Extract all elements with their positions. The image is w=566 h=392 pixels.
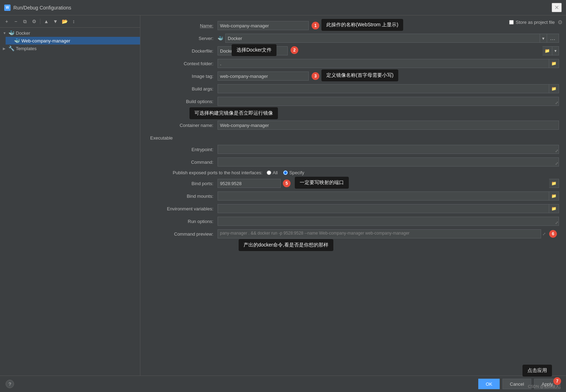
dockerfile-browse-button[interactable]: 📁 xyxy=(542,46,552,55)
toolbar-separator xyxy=(40,19,40,24)
command-preview-value: pany-manager . && docker run -p 9528:952… xyxy=(218,229,541,238)
dockerfile-label: Dockerfile: xyxy=(147,48,218,54)
env-variables-input[interactable] xyxy=(218,204,549,213)
command-preview-input-area: pany-manager . && docker run -p 9528:952… xyxy=(218,229,559,238)
store-gear-button[interactable]: ⚙ xyxy=(558,19,562,26)
left-panel: + − ⧉ ⚙ ▲ ▼ 📂 ↕ ▼ 🐳 Docker 🐳 xyxy=(0,15,140,376)
radio-all[interactable] xyxy=(267,170,271,175)
store-label: Store as project file xyxy=(516,20,555,25)
bind-ports-browse-button[interactable]: 📁 xyxy=(549,179,559,188)
badge-4: 4 xyxy=(260,109,268,117)
context-folder-input[interactable] xyxy=(218,59,549,68)
bind-mounts-row: Bind mounts: 📁 xyxy=(147,191,559,201)
entrypoint-row: Entrypoint: ⤢ xyxy=(147,145,559,154)
bind-ports-input[interactable] xyxy=(218,179,281,188)
container-name-input[interactable] xyxy=(218,121,559,130)
bind-ports-input-area: 5 一定要写映射的端口 📁 xyxy=(218,179,559,188)
build-options-input[interactable] xyxy=(218,97,559,106)
radio-specify-label[interactable]: Specify xyxy=(283,170,304,175)
run-options-label: Run options: xyxy=(147,219,218,224)
build-options-expand-button[interactable]: ⤢ xyxy=(555,101,558,105)
bind-mounts-browse-button[interactable]: 📁 xyxy=(549,191,559,201)
templates-expand-icon: ▶ xyxy=(3,47,7,50)
build-options-label: Build options: xyxy=(147,99,218,104)
move-down-button[interactable]: ▼ xyxy=(52,18,59,25)
entrypoint-input[interactable] xyxy=(218,145,559,154)
settings-config-button[interactable]: ⚙ xyxy=(30,18,38,25)
tree-templates[interactable]: ▶ 🔧 Templates xyxy=(0,45,140,52)
tooltip-3: 定义镜像名称(首字母需要小写) xyxy=(321,69,398,81)
badge-6: 6 xyxy=(549,230,557,238)
cancel-button[interactable]: Cancel xyxy=(502,379,531,389)
build-args-input-area: 📁 xyxy=(218,84,559,93)
right-panel: Name: 1 此操作的名称(WebStrom 上显示) Store xyxy=(140,15,566,376)
command-preview-expand-button[interactable]: ⤢ xyxy=(542,232,546,236)
server-dropdown-arrow[interactable]: ▾ xyxy=(540,34,547,43)
build-args-input[interactable] xyxy=(218,84,549,93)
publish-ports-label: Publish exposed ports to the host interf… xyxy=(147,170,267,175)
store-checkbox-area[interactable]: Store as project file xyxy=(509,20,555,25)
entrypoint-input-area: ⤢ xyxy=(218,145,559,154)
name-label: Name: xyxy=(147,23,218,28)
run-options-expand-button[interactable]: ⤢ xyxy=(555,221,558,225)
bind-mounts-input-area: 📁 xyxy=(218,191,559,201)
run-options-row: Run options: ⤢ xyxy=(147,217,559,226)
build-args-label: Build args: xyxy=(147,86,218,92)
build-options-row: Build options: ⤢ xyxy=(147,97,559,106)
help-button[interactable]: ? xyxy=(6,380,14,388)
add-config-button[interactable]: + xyxy=(3,18,11,25)
templates-label: Templates xyxy=(16,46,36,51)
name-input[interactable] xyxy=(218,21,309,30)
run-options-input[interactable] xyxy=(218,217,559,226)
radio-group: All Specify xyxy=(267,170,304,175)
server-select[interactable]: Docker xyxy=(225,34,540,43)
command-expand-button[interactable]: ⤢ xyxy=(555,161,558,166)
close-button[interactable]: ✕ xyxy=(552,3,562,12)
command-preview-label: Command preview: xyxy=(147,231,218,237)
move-up-button[interactable]: ▲ xyxy=(42,18,50,25)
dockerfile-input[interactable] xyxy=(218,46,288,55)
bind-ports-row: Bind ports: 5 一定要写映射的端口 📁 xyxy=(147,179,559,188)
badge-3: 3 xyxy=(312,72,319,80)
server-more-button[interactable]: … xyxy=(547,34,559,43)
env-variables-browse-button[interactable]: 📁 xyxy=(549,204,559,213)
command-input-area: ⤢ xyxy=(218,157,559,167)
tree-web-company-manager[interactable]: 🐳 Web-company-manager xyxy=(6,37,140,45)
command-row: Command: ⤢ xyxy=(147,157,559,167)
sort-button[interactable]: ↕ xyxy=(70,18,78,25)
remove-config-button[interactable]: − xyxy=(12,18,20,25)
radio-all-label[interactable]: All xyxy=(267,170,278,175)
radio-specify[interactable] xyxy=(283,170,288,175)
command-label: Command: xyxy=(147,160,218,165)
badge-5: 5 xyxy=(283,180,291,187)
name-row: Name: 1 此操作的名称(WebStrom 上显示) xyxy=(147,21,559,30)
docker-item-icon: 🐳 xyxy=(14,38,20,43)
build-args-browse-button[interactable]: 📁 xyxy=(549,84,559,93)
dockerfile-input-area: 2 选择Docker文件 📁 ▾ xyxy=(218,46,559,55)
image-tag-input-area: 3 定义镜像名称(首字母需要小写) xyxy=(218,72,559,81)
dockerfile-dropdown-button[interactable]: ▾ xyxy=(552,46,559,55)
run-options-input-area: ⤢ xyxy=(218,217,559,226)
folder-button[interactable]: 📂 xyxy=(61,18,68,25)
bind-mounts-input[interactable] xyxy=(218,191,549,201)
image-tag-label: Image tag: xyxy=(147,74,218,79)
run-built-image-checkbox[interactable] xyxy=(218,111,222,116)
tooltip-5: 一定要写映射的端口 xyxy=(295,177,349,189)
build-args-row: Build args: 📁 xyxy=(147,84,559,93)
watermark: CSDN @低调做人。 xyxy=(528,384,563,389)
ok-button[interactable]: OK xyxy=(478,379,500,389)
server-input-area: 🐳 Docker ▾ … xyxy=(218,34,559,43)
run-built-image-row: Run built image 4 可选择构建完镜像是否立即运行镜像 xyxy=(147,109,559,117)
entrypoint-expand-button[interactable]: ⤢ xyxy=(555,149,558,153)
env-variables-label: Environment variables: xyxy=(147,206,218,211)
image-tag-input[interactable] xyxy=(218,72,309,81)
command-input[interactable] xyxy=(218,157,559,167)
store-as-project-checkbox[interactable] xyxy=(509,20,514,25)
web-company-manager-label: Web-company-manager xyxy=(21,38,70,43)
server-row: Server: 🐳 Docker ▾ … xyxy=(147,34,559,43)
tree-docker-group[interactable]: ▼ 🐳 Docker xyxy=(0,29,140,37)
context-folder-row: Context folder: 📁 xyxy=(147,59,559,68)
copy-config-button[interactable]: ⧉ xyxy=(21,18,29,25)
context-folder-browse-button[interactable]: 📁 xyxy=(549,59,559,68)
docker-group-label: Docker xyxy=(16,31,30,36)
